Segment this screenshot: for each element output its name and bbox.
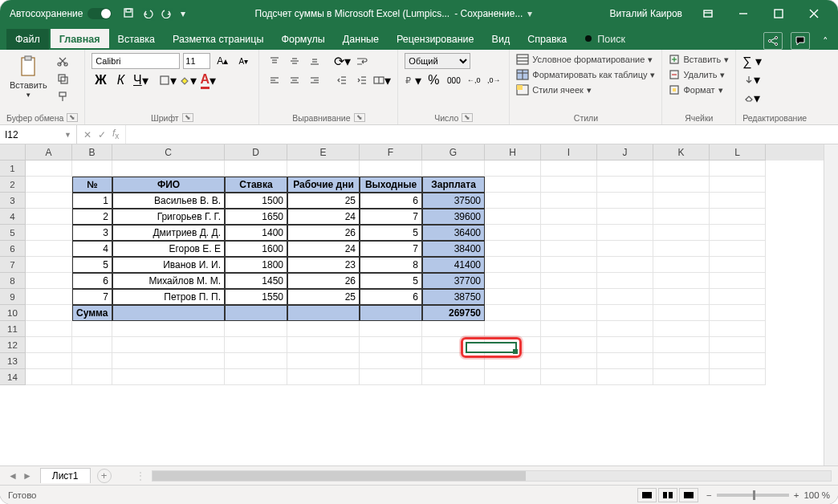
- save-icon[interactable]: [123, 7, 134, 21]
- cell[interactable]: [597, 177, 653, 193]
- increase-decimal-icon[interactable]: ←,0: [465, 72, 482, 88]
- cell[interactable]: [710, 177, 766, 193]
- cell[interactable]: [653, 337, 710, 353]
- percent-icon[interactable]: %: [425, 72, 442, 88]
- align-middle-icon[interactable]: [286, 53, 303, 69]
- cell[interactable]: [485, 305, 541, 321]
- add-sheet-icon[interactable]: +: [97, 469, 112, 483]
- format-painter-icon[interactable]: [54, 88, 71, 104]
- cell[interactable]: Сумма: [72, 305, 112, 321]
- cell[interactable]: [541, 241, 597, 257]
- cell[interactable]: [422, 369, 485, 385]
- maximize-icon[interactable]: [761, 0, 796, 27]
- tab-formulas[interactable]: Формулы: [272, 29, 333, 50]
- cell[interactable]: [360, 369, 422, 385]
- cell[interactable]: Васильев В. В.: [112, 193, 225, 209]
- launcher-icon[interactable]: ⬊: [182, 113, 193, 122]
- row-header[interactable]: 10: [0, 305, 26, 321]
- cell[interactable]: 36400: [422, 225, 485, 241]
- tab-data[interactable]: Данные: [334, 29, 388, 50]
- col-header[interactable]: J: [597, 144, 653, 161]
- cell[interactable]: [710, 369, 766, 385]
- page-layout-view-icon[interactable]: [658, 488, 677, 502]
- cell[interactable]: [485, 241, 541, 257]
- border-icon[interactable]: ▾: [159, 72, 177, 88]
- cell[interactable]: [112, 337, 225, 353]
- cancel-formula-icon[interactable]: ✕: [83, 129, 92, 140]
- row-header[interactable]: 4: [0, 209, 26, 225]
- launcher-icon[interactable]: ⬊: [67, 113, 78, 122]
- cell[interactable]: [26, 161, 72, 177]
- cell[interactable]: 1550: [225, 289, 287, 305]
- cell[interactable]: [485, 369, 541, 385]
- ribbon-display-icon[interactable]: [690, 0, 726, 27]
- col-header[interactable]: A: [26, 144, 72, 161]
- cell[interactable]: [541, 177, 597, 193]
- col-header[interactable]: E: [287, 144, 360, 161]
- align-left-icon[interactable]: [266, 72, 283, 88]
- cell[interactable]: [597, 241, 653, 257]
- cell[interactable]: 1: [72, 193, 112, 209]
- cell[interactable]: 269750: [422, 305, 485, 321]
- cell[interactable]: [26, 337, 72, 353]
- cell[interactable]: 1800: [225, 257, 287, 273]
- cell[interactable]: [72, 321, 112, 337]
- zoom-in-icon[interactable]: +: [794, 490, 799, 500]
- cell[interactable]: [597, 289, 653, 305]
- sheet-prev-icon[interactable]: ◄: [8, 470, 18, 482]
- font-name-input[interactable]: [92, 53, 180, 69]
- cell[interactable]: [225, 353, 287, 369]
- row-header[interactable]: 3: [0, 193, 26, 209]
- cell[interactable]: [112, 161, 225, 177]
- bold-icon[interactable]: Ж: [92, 72, 109, 88]
- cell[interactable]: №: [72, 177, 112, 193]
- cell[interactable]: [72, 337, 112, 353]
- cell[interactable]: [710, 225, 766, 241]
- cell[interactable]: [710, 289, 766, 305]
- sheet-next-icon[interactable]: ►: [22, 470, 32, 482]
- cell[interactable]: [26, 289, 72, 305]
- cell[interactable]: [26, 225, 72, 241]
- cell[interactable]: [597, 337, 653, 353]
- cell[interactable]: [541, 337, 597, 353]
- cell[interactable]: [485, 209, 541, 225]
- select-all-corner[interactable]: [0, 144, 26, 161]
- cell[interactable]: 38750: [422, 289, 485, 305]
- decrease-indent-icon[interactable]: [333, 72, 351, 88]
- cell[interactable]: [710, 305, 766, 321]
- sheet-tab[interactable]: Лист1: [40, 468, 91, 483]
- cell[interactable]: [485, 257, 541, 273]
- redo-icon[interactable]: [161, 7, 173, 21]
- cell[interactable]: [653, 369, 710, 385]
- cell[interactable]: Выходные: [360, 177, 422, 193]
- col-header[interactable]: G: [422, 144, 485, 161]
- cell[interactable]: [710, 257, 766, 273]
- insert-cells-button[interactable]: Вставить ▾: [669, 53, 729, 66]
- launcher-icon[interactable]: ⬊: [354, 113, 365, 122]
- cell[interactable]: [653, 209, 710, 225]
- cell[interactable]: [360, 321, 422, 337]
- col-header[interactable]: L: [710, 144, 766, 161]
- cell[interactable]: [653, 305, 710, 321]
- cell[interactable]: [541, 289, 597, 305]
- cell[interactable]: [287, 353, 360, 369]
- cell[interactable]: [26, 353, 72, 369]
- italic-icon[interactable]: К: [112, 72, 129, 88]
- cell[interactable]: [653, 241, 710, 257]
- cell[interactable]: 23: [287, 257, 360, 273]
- cut-icon[interactable]: [54, 53, 71, 69]
- cell[interactable]: 25: [287, 289, 360, 305]
- cell[interactable]: [653, 353, 710, 369]
- decrease-decimal-icon[interactable]: ,0→: [485, 72, 502, 88]
- align-right-icon[interactable]: [306, 72, 323, 88]
- conditional-format-button[interactable]: Условное форматирование ▾: [516, 53, 655, 66]
- cell[interactable]: [287, 337, 360, 353]
- cell[interactable]: 5: [72, 257, 112, 273]
- cell[interactable]: 38400: [422, 241, 485, 257]
- share-icon[interactable]: [763, 32, 783, 50]
- col-header[interactable]: D: [225, 144, 287, 161]
- cell[interactable]: [710, 273, 766, 289]
- row-header[interactable]: 12: [0, 337, 26, 353]
- cell[interactable]: [26, 177, 72, 193]
- cell[interactable]: [541, 225, 597, 241]
